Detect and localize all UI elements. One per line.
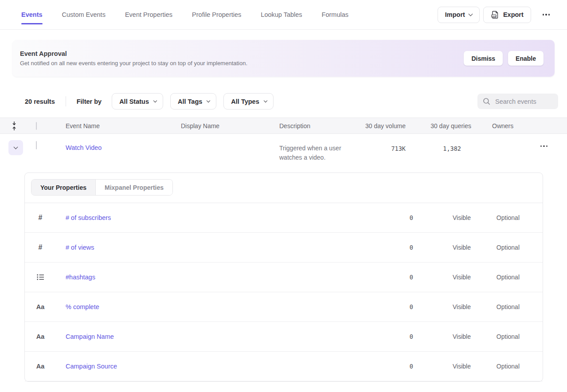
property-requirement: Optional (471, 333, 520, 340)
property-name-link[interactable]: # of subscribers (66, 214, 111, 221)
select-all-checkbox[interactable] (36, 122, 37, 130)
filter-by-label: Filter by (77, 98, 102, 105)
table-header: Event Name Display Name Description 30 d… (0, 118, 567, 134)
search-box[interactable] (477, 94, 558, 109)
event-approval-banner: Event Approval Get notified on all new e… (12, 40, 555, 77)
banner-title: Event Approval (20, 50, 464, 57)
search-icon (483, 98, 490, 105)
property-name-link[interactable]: Campaign Source (66, 363, 117, 370)
property-row: #hashtags 0 Visible Optional (25, 263, 543, 292)
status-filter-label: All Status (119, 98, 149, 105)
property-visibility: Visible (413, 244, 471, 251)
top-navigation: Events Custom Events Event Properties Pr… (0, 0, 567, 30)
text-icon: Aa (36, 363, 45, 370)
property-visibility: Visible (413, 303, 471, 310)
property-row: Aa Campaign Source 0 Visible Optional (25, 352, 543, 381)
tab-formulas[interactable]: Formulas (322, 11, 348, 18)
divider (66, 96, 66, 106)
event-30-day-queries: 1,382 (408, 145, 471, 152)
filter-toolbar: 20 results Filter by All Status All Tags… (25, 93, 558, 110)
collapse-row-button[interactable] (8, 140, 23, 155)
property-count: 0 (369, 244, 413, 251)
search-input[interactable] (494, 98, 552, 106)
tags-filter-dropdown[interactable]: All Tags (170, 93, 216, 110)
nav-actions: Import csv Export (438, 7, 551, 23)
tags-filter-label: All Tags (178, 98, 202, 105)
column-header-30-day-queries[interactable]: 30 day queries (408, 122, 471, 129)
property-requirement: Optional (471, 244, 520, 251)
property-row: # # of views 0 Visible Optional (25, 233, 543, 263)
property-name-link[interactable]: % complete (66, 303, 99, 310)
property-visibility: Visible (413, 363, 471, 370)
nav-tabs: Events Custom Events Event Properties Pr… (21, 11, 438, 18)
property-visibility: Visible (413, 333, 471, 340)
results-count: 20 results (25, 98, 55, 105)
chevron-down-icon (468, 12, 473, 16)
column-header-event-name[interactable]: Event Name (60, 122, 181, 129)
property-row: Aa % complete 0 Visible Optional (25, 292, 543, 322)
event-properties-panel: Your Properties Mixpanel Properties # # … (24, 172, 543, 382)
export-button[interactable]: csv Export (483, 7, 531, 23)
tab-events[interactable]: Events (21, 11, 43, 18)
row-overflow-menu-icon[interactable] (539, 143, 549, 149)
property-count: 0 (369, 303, 413, 310)
column-header-description[interactable]: Description (279, 122, 355, 129)
property-name-link[interactable]: #hashtags (66, 274, 95, 281)
banner-subtitle: Get notified on all new events entering … (20, 60, 464, 67)
properties-tabs: Your Properties Mixpanel Properties (31, 179, 173, 196)
property-row: Aa Campaign Name 0 Visible Optional (25, 322, 543, 352)
property-visibility: Visible (413, 274, 471, 281)
text-icon: Aa (36, 303, 45, 310)
chevron-down-icon (207, 98, 210, 102)
property-name-link[interactable]: # of views (66, 244, 94, 251)
banner-text: Event Approval Get notified on all new e… (20, 50, 464, 67)
event-30-day-volume: 713K (355, 145, 408, 152)
event-description: Triggered when a user watches a video. (279, 144, 347, 162)
tab-event-properties[interactable]: Event Properties (125, 11, 172, 18)
hash-icon: # (39, 214, 43, 222)
property-requirement: Optional (471, 363, 520, 370)
table-row: Watch Video Triggered when a user watche… (0, 134, 567, 168)
chevron-down-icon (263, 98, 267, 102)
text-icon: Aa (36, 333, 45, 340)
property-count: 0 (369, 363, 413, 370)
chevron-down-icon (153, 98, 157, 102)
event-name-link[interactable]: Watch Video (66, 144, 102, 151)
column-header-30-day-volume[interactable]: 30 day volume (355, 122, 408, 129)
tab-profile-properties[interactable]: Profile Properties (192, 11, 241, 18)
enable-button[interactable]: Enable (508, 51, 544, 66)
collapse-all-icon[interactable] (0, 121, 27, 131)
import-button-label: Import (445, 11, 465, 18)
column-header-display-name[interactable]: Display Name (181, 122, 279, 129)
tab-your-properties[interactable]: Your Properties (31, 180, 95, 195)
types-filter-label: All Types (231, 98, 259, 105)
list-icon (37, 274, 44, 280)
property-count: 0 (369, 214, 413, 221)
dismiss-button[interactable]: Dismiss (464, 51, 503, 66)
column-header-owners[interactable]: Owners (471, 122, 528, 129)
property-name-link[interactable]: Campaign Name (66, 333, 114, 340)
status-filter-dropdown[interactable]: All Status (112, 93, 163, 110)
tab-mixpanel-properties[interactable]: Mixpanel Properties (95, 180, 172, 195)
property-requirement: Optional (471, 214, 520, 221)
property-requirement: Optional (471, 274, 520, 281)
property-requirement: Optional (471, 303, 520, 310)
import-button[interactable]: Import (438, 7, 480, 23)
properties-tabbar: Your Properties Mixpanel Properties (25, 173, 543, 203)
svg-text:csv: csv (492, 15, 496, 17)
types-filter-dropdown[interactable]: All Types (223, 93, 273, 110)
csv-file-icon: csv (491, 10, 499, 19)
property-row: # # of subscribers 0 Visible Optional (25, 203, 543, 233)
export-button-label: Export (503, 11, 524, 18)
hash-icon: # (39, 243, 43, 251)
overflow-menu-icon[interactable] (541, 11, 551, 18)
property-count: 0 (369, 333, 413, 340)
row-checkbox[interactable] (36, 141, 37, 149)
property-visibility: Visible (413, 214, 471, 221)
tab-lookup-tables[interactable]: Lookup Tables (261, 11, 302, 18)
tab-custom-events[interactable]: Custom Events (62, 11, 106, 18)
chevron-down-icon (14, 145, 18, 149)
property-count: 0 (369, 274, 413, 281)
